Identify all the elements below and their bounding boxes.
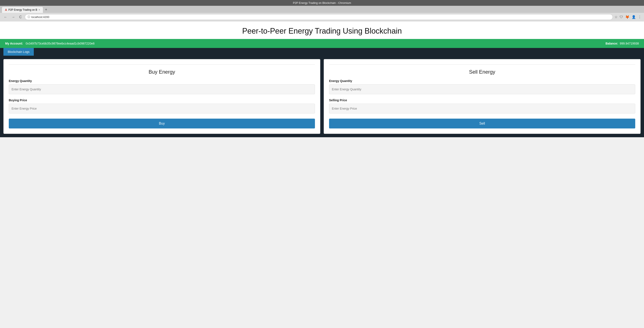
buy-quantity-label: Energy Quantity bbox=[9, 79, 315, 83]
address-bar-row: ← → C ⓘ localhost:4200 ☆ 🛡 🦊 👤 ⋮ bbox=[0, 13, 644, 22]
blockchain-logs-tab[interactable]: Blockchain Logs bbox=[4, 48, 34, 56]
sell-button[interactable]: Sell bbox=[329, 119, 635, 128]
extension-icon2[interactable]: 🦊 bbox=[625, 15, 630, 19]
refresh-button[interactable]: C bbox=[18, 15, 23, 20]
buy-button[interactable]: Buy bbox=[9, 119, 315, 128]
sell-price-label: Selling Price bbox=[329, 98, 635, 102]
tab-close-icon[interactable]: × bbox=[38, 8, 40, 11]
balance-value: 999.94719938 bbox=[620, 42, 639, 45]
sell-panel-divider bbox=[329, 64, 635, 65]
bookmark-icon[interactable]: ☆ bbox=[614, 15, 618, 19]
extension-icon1[interactable]: 🛡 bbox=[620, 15, 623, 19]
balance-label: Balance: bbox=[606, 42, 618, 45]
account-section: My Account: 0x3497b73cebb35c9878eebcc4ea… bbox=[5, 42, 94, 45]
sell-price-input[interactable] bbox=[329, 104, 635, 113]
account-bar: My Account: 0x3497b73cebb35c9878eebcc4ea… bbox=[0, 39, 644, 48]
balance-section: Balance: 999.94719938 bbox=[606, 42, 639, 45]
buy-panel: Buy Energy Energy Quantity Buying Price … bbox=[4, 59, 320, 134]
my-account-label: My Account: bbox=[5, 42, 23, 45]
buy-price-label: Buying Price bbox=[9, 98, 315, 102]
forward-button[interactable]: → bbox=[10, 15, 16, 20]
buy-panel-divider bbox=[9, 64, 315, 65]
page-title: Peer-to-Peer Energy Trading Using Blockc… bbox=[0, 22, 644, 39]
address-text: localhost:4200 bbox=[32, 16, 50, 19]
menu-icon[interactable]: ⋮ bbox=[638, 15, 642, 19]
nav-bar: Blockchain Logs bbox=[0, 48, 644, 56]
tab-bar: A P2P Energy Trading on B × + bbox=[0, 6, 644, 13]
lock-icon: ⓘ bbox=[28, 15, 30, 19]
sell-panel-title: Sell Energy bbox=[329, 69, 635, 75]
buy-price-input[interactable] bbox=[9, 104, 315, 113]
sell-quantity-input[interactable] bbox=[329, 84, 635, 94]
browser-title-bar: P2P Energy Trading on Blockchain - Chrom… bbox=[0, 0, 644, 6]
sell-panel: Sell Energy Energy Quantity Selling Pric… bbox=[324, 59, 640, 134]
account-address: 0x3497b73cebb35c9878eebcc4eaad1cb0987220… bbox=[26, 42, 94, 45]
buy-panel-title: Buy Energy bbox=[9, 69, 315, 75]
active-tab[interactable]: A P2P Energy Trading on B × bbox=[2, 7, 43, 13]
tab-favicon-icon: A bbox=[5, 8, 7, 12]
profile-icon[interactable]: 👤 bbox=[632, 15, 636, 19]
toolbar-right: ☆ 🛡 🦊 👤 ⋮ bbox=[614, 15, 642, 19]
address-bar[interactable]: ⓘ localhost:4200 bbox=[25, 14, 613, 20]
new-tab-button[interactable]: + bbox=[43, 8, 49, 12]
main-content: Buy Energy Energy Quantity Buying Price … bbox=[0, 56, 644, 137]
tab-label: P2P Energy Trading on B bbox=[8, 8, 37, 11]
app-container: Peer-to-Peer Energy Trading Using Blockc… bbox=[0, 22, 644, 137]
buy-quantity-input[interactable] bbox=[9, 84, 315, 94]
browser-title-text: P2P Energy Trading on Blockchain - Chrom… bbox=[293, 1, 351, 5]
sell-quantity-label: Energy Quantity bbox=[329, 79, 635, 83]
back-button[interactable]: ← bbox=[2, 15, 8, 20]
